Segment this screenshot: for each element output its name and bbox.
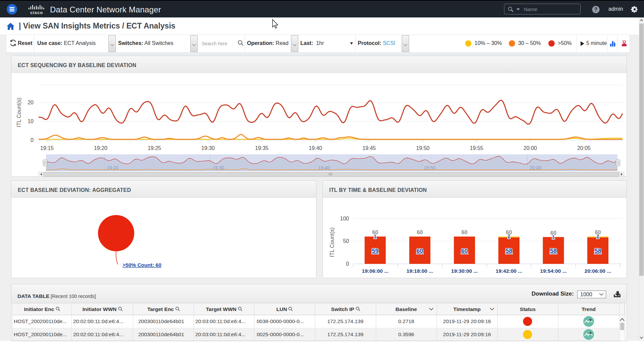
svg-text:19:54:00 ...: 19:54:00 ... — [540, 268, 566, 274]
svg-text:60: 60 — [461, 248, 468, 254]
svg-text:Status: Status — [520, 306, 536, 312]
svg-text:19:40: 19:40 — [309, 145, 322, 151]
svg-text:0: 0 — [31, 137, 34, 143]
svg-text:2: 2 — [597, 234, 599, 239]
svg-text:Download Size:: Download Size: — [532, 291, 574, 297]
svg-text:Target Enc: Target Enc — [147, 306, 174, 312]
svg-text:19:30:00 ...: 19:30:00 ... — [451, 268, 478, 274]
svg-text:0038-0000-0000-0...: 0038-0000-0000-0... — [257, 318, 304, 324]
svg-text:19:30: 19:30 — [201, 145, 215, 151]
svg-text:19:35: 19:35 — [255, 145, 268, 151]
svg-text:Baseline: Baseline — [396, 306, 417, 312]
svg-text:58: 58 — [594, 248, 601, 254]
svg-text:ITL Count(s): ITL Count(s) — [16, 98, 22, 127]
svg-text:100: 100 — [340, 216, 349, 221]
svg-text:Initiator Enc: Initiator Enc — [24, 306, 54, 312]
svg-text:59: 59 — [372, 248, 379, 254]
svg-text:2019-11-29 20:09:16: 2019-11-29 20:09:16 — [443, 331, 491, 337]
svg-text:58: 58 — [505, 248, 512, 254]
svg-text:19:06:00 ...: 19:06:00 ... — [362, 268, 388, 274]
svg-text:0.2718: 0.2718 — [398, 318, 414, 324]
svg-text:Timestamp: Timestamp — [453, 306, 481, 312]
svg-text:19:20: 19:20 — [94, 145, 107, 151]
svg-text:20:00: 20:00 — [524, 145, 537, 151]
svg-text:cisco: cisco — [30, 10, 43, 15]
svg-text:20:03:00:11:0d:e6:4...: 20:03:00:11:0d:e6:4... — [195, 318, 246, 324]
svg-text:1: 1 — [374, 234, 377, 239]
svg-text:19:42:00 ...: 19:42:00 ... — [496, 268, 522, 274]
svg-text:Trend: Trend — [582, 306, 596, 312]
svg-text:58: 58 — [550, 248, 557, 254]
svg-text:HOST_200200110de...: HOST_200200110de... — [14, 318, 67, 324]
svg-text:Switch IP: Switch IP — [331, 306, 354, 312]
svg-text:200300110de64b01: 200300110de64b01 — [138, 331, 184, 337]
svg-text:20:03:00:11:0d:e6:4...: 20:03:00:11:0d:e6:4... — [195, 331, 246, 337]
svg-text:0025-0000-0000-0...: 0025-0000-0000-0... — [257, 331, 304, 337]
svg-text:?: ? — [594, 7, 598, 12]
svg-text:19:18:00 ...: 19:18:00 ... — [406, 268, 433, 274]
svg-text:200300110de64b01: 200300110de64b01 — [138, 318, 184, 324]
svg-text:1000: 1000 — [580, 292, 592, 297]
svg-text:2: 2 — [508, 234, 510, 239]
svg-text:2019-11-29 20:09:16: 2019-11-29 20:09:16 — [443, 318, 491, 324]
svg-text:>50% Count: 60: >50% Count: 60 — [122, 262, 161, 268]
svg-text:LUN: LUN — [277, 306, 287, 312]
svg-text:0.3596: 0.3596 — [398, 331, 414, 337]
svg-text:50: 50 — [343, 238, 349, 244]
svg-text:19:25: 19:25 — [148, 145, 161, 151]
svg-text:20:06:00 ...: 20:06:00 ... — [585, 268, 611, 274]
svg-text:0: 0 — [346, 261, 349, 267]
svg-text:20:02:00:11:0d:e6:4...: 20:02:00:11:0d:e6:4... — [73, 318, 123, 324]
svg-text:1: 1 — [552, 234, 555, 240]
svg-text:Initiator WWN: Initiator WWN — [83, 306, 117, 312]
svg-text:19:55: 19:55 — [470, 145, 483, 151]
svg-text:60: 60 — [461, 229, 467, 235]
svg-text:20: 20 — [28, 100, 34, 105]
svg-text:172.25.174.139: 172.25.174.139 — [327, 331, 363, 337]
svg-text:ITL Count(s): ITL Count(s) — [329, 227, 335, 257]
svg-text:19:45: 19:45 — [362, 145, 376, 151]
svg-text:60: 60 — [416, 248, 423, 254]
svg-text:DATA TABLE: DATA TABLE — [17, 293, 49, 299]
svg-text:60: 60 — [417, 229, 423, 235]
svg-text:172.25.174.139: 172.25.174.139 — [327, 318, 363, 324]
svg-text:Target WWN: Target WWN — [206, 306, 237, 312]
svg-text:20:05: 20:05 — [577, 145, 591, 151]
svg-text:20:02:00:11:0d:e6:4...: 20:02:00:11:0d:e6:4... — [73, 331, 123, 337]
svg-text:19:15: 19:15 — [40, 145, 54, 151]
svg-text:10: 10 — [28, 118, 34, 124]
svg-text:[Recent 100 records]: [Recent 100 records] — [51, 294, 96, 299]
svg-text:19:50: 19:50 — [416, 145, 430, 151]
svg-text:HOST_200200110de...: HOST_200200110de... — [14, 331, 67, 337]
